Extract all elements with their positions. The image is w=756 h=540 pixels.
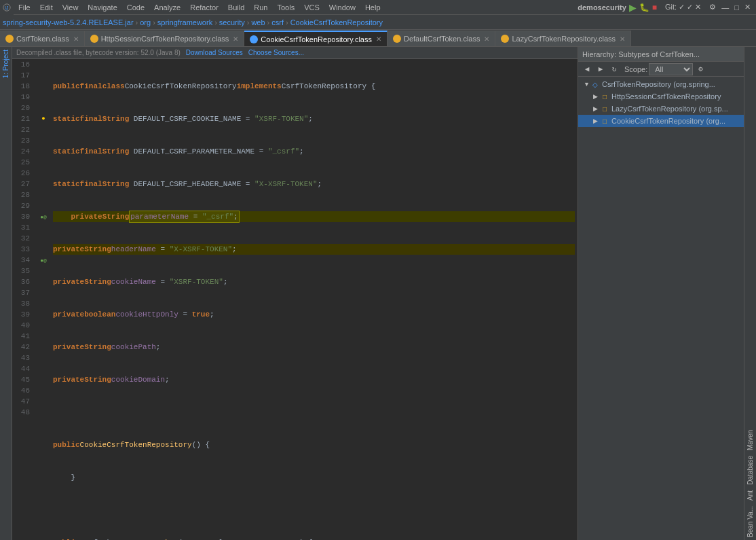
line-37: 37 <box>12 287 33 298</box>
tab-icon-defaultcsrf <box>393 35 401 43</box>
breadcrumb-web[interactable]: web <box>251 18 265 26</box>
hierarchy-toolbar: ◀ ▶ ↻ Scope: All Project ⚙ <box>578 62 744 77</box>
menu-analyze[interactable]: Analyze <box>149 0 185 15</box>
menu-help[interactable]: Help <box>360 0 385 15</box>
line-26: 26 <box>12 168 33 179</box>
window-maximize[interactable]: □ <box>734 3 739 12</box>
gutter-47 <box>37 396 50 407</box>
breadcrumb-jar[interactable]: spring-security-web-5.2.4.RELEASE.jar <box>3 18 134 26</box>
left-sidebar: 1: Project <box>0 47 12 540</box>
database-tab[interactable]: Database <box>745 453 755 488</box>
code-line-21: private String headerName = "X-XSRF-TOKE… <box>53 244 575 255</box>
line-22: 22 <box>12 124 33 135</box>
menu-build[interactable]: Build <box>223 0 249 15</box>
menu-window[interactable]: Window <box>324 0 360 15</box>
window-minimize[interactable]: — <box>721 3 729 12</box>
hierarchy-title: Hierarchy: Subtypes of CsrfToken... <box>582 50 700 58</box>
breadcrumb-class[interactable]: CookieCsrfTokenRepository <box>290 18 383 26</box>
menu-code[interactable]: Code <box>122 0 149 15</box>
hierarchy-settings-btn[interactable]: ⚙ <box>694 63 706 75</box>
tree-label-csrftokenrepository: CsrfTokenRepository (org.spring... <box>602 80 715 88</box>
code-line-30: public CsrfToken generateToken(HttpServl… <box>53 537 575 540</box>
maven-tab[interactable]: Maven <box>745 427 755 453</box>
tab-cookiecsrf[interactable]: CookieCsrfTokenRepository.class ✕ <box>244 31 388 46</box>
line-33: 33 <box>12 244 33 255</box>
code-line-18: static final String DEFAULT_CSRF_PARAMET… <box>53 146 575 157</box>
menu-bar: IJ File Edit View Navigate Code Analyze … <box>0 0 756 15</box>
code-line-19: static final String DEFAULT_CSRF_HEADER_… <box>53 179 575 190</box>
settings-icon[interactable]: ⚙ <box>709 3 716 12</box>
code-line-24: private String cookiePath; <box>53 342 575 353</box>
stop-button[interactable]: ■ <box>652 3 657 12</box>
run-button[interactable]: ▶ <box>629 2 637 13</box>
tab-close-httpsession[interactable]: ✕ <box>233 35 238 43</box>
gutter-48 <box>37 407 50 418</box>
line-numbers: 16 17 18 19 20 21 22 23 24 25 26 27 28 2… <box>12 59 37 540</box>
gutter-44 <box>37 363 50 374</box>
tree-item-csrftokenrepository[interactable]: ▼ ◇ CsrfTokenRepository (org.spring... <box>578 78 744 90</box>
breadcrumb-springframework[interactable]: springframework <box>157 18 212 26</box>
tab-label-httpsession: HttpSessionCsrfTokenRepository.class <box>101 35 229 43</box>
tree-item-cookiecsrf[interactable]: ▶ □ CookieCsrfTokenRepository (org... <box>578 115 744 127</box>
code-view[interactable]: 16 17 18 19 20 21 22 23 24 25 26 27 28 2… <box>12 59 578 540</box>
tab-close-defaultcsrf[interactable]: ✕ <box>484 35 489 43</box>
gutter-18 <box>37 81 50 92</box>
tree-icon-class-cookiecsrf: □ <box>600 116 609 126</box>
menu-refactor[interactable]: Refactor <box>185 0 223 15</box>
gutter: ● ●@ ●@ <box>37 59 50 540</box>
breadcrumb-org[interactable]: org <box>140 18 151 26</box>
tab-lazycsrf[interactable]: LazyCsrfTokenRepository.class ✕ <box>495 31 631 46</box>
tree-arrow-cookiecsrf[interactable]: ▶ <box>593 118 600 124</box>
gutter-22 <box>37 124 50 135</box>
gutter-31 <box>37 222 50 233</box>
hierarchy-forward-btn[interactable]: ▶ <box>594 63 607 75</box>
gutter-30: ●@ <box>37 211 50 222</box>
info-bar: Decompiled .class file, bytecode version… <box>12 47 578 59</box>
choose-sources-link[interactable]: Choose Sources... <box>248 49 304 56</box>
tree-label-httpsession: HttpSessionCsrfTokenRepository <box>611 92 721 101</box>
tab-csrftoken[interactable]: CsrfToken.class ✕ <box>0 31 85 46</box>
tree-item-httpsession[interactable]: ▶ □ HttpSessionCsrfTokenRepository <box>578 90 744 103</box>
gutter-29 <box>37 200 50 211</box>
tab-defaultcsrf[interactable]: DefaultCsrfToken.class ✕ <box>388 31 496 46</box>
tab-close-lazycsrf[interactable]: ✕ <box>620 35 625 43</box>
breadcrumb-security[interactable]: security <box>219 18 245 26</box>
menu-file[interactable]: File <box>14 0 35 15</box>
menu-vcs[interactable]: VCS <box>299 0 324 15</box>
gutter-26 <box>37 168 50 179</box>
window-close[interactable]: ✕ <box>744 3 751 12</box>
scope-label: Scope: <box>624 65 647 73</box>
tree-arrow-lazycsrf[interactable]: ▶ <box>593 105 600 112</box>
tree-arrow-csrftokenrepository[interactable]: ▼ <box>584 81 590 88</box>
menu-run[interactable]: Run <box>249 0 272 15</box>
hierarchy-refresh-btn[interactable]: ↻ <box>608 63 620 75</box>
menu-edit[interactable]: Edit <box>35 0 58 15</box>
code-text[interactable]: public final class CookieCsrfTokenReposi… <box>50 59 578 540</box>
hierarchy-back-btn[interactable]: ◀ <box>581 63 593 75</box>
line-40: 40 <box>12 320 33 331</box>
gutter-33 <box>37 244 50 255</box>
main-layout: 1: Project Decompiled .class file, bytec… <box>0 47 756 540</box>
tree-label-lazycsrf: LazyCsrfTokenRepository (org.sp... <box>611 105 728 113</box>
tab-close-cookiecsrf[interactable]: ✕ <box>376 35 381 43</box>
download-sources-link[interactable]: Download Sources <box>186 49 243 56</box>
tree-arrow-httpsession[interactable]: ▶ <box>593 93 600 100</box>
bean-validation-tab[interactable]: Bean Va... <box>745 503 755 540</box>
ant-tab[interactable]: Ant <box>745 488 755 503</box>
menu-tools[interactable]: Tools <box>272 0 299 15</box>
code-line-17: static final String DEFAULT_CSRF_COOKIE_… <box>53 113 575 124</box>
tab-httpsession[interactable]: HttpSessionCsrfTokenRepository.class ✕ <box>85 31 245 46</box>
tab-label-defaultcsrf: DefaultCsrfToken.class <box>404 35 480 43</box>
menu-view[interactable]: View <box>58 0 83 15</box>
debug-button[interactable]: 🐛 <box>639 3 649 12</box>
line-41: 41 <box>12 331 33 342</box>
line-20: 20 <box>12 103 33 113</box>
project-panel-tab[interactable]: 1: Project <box>1 47 11 81</box>
line-17: 17 <box>12 70 33 81</box>
breadcrumb-csrf[interactable]: csrf <box>271 18 284 26</box>
tab-close-csrftoken[interactable]: ✕ <box>73 35 79 43</box>
gutter-40 <box>37 320 50 331</box>
menu-navigate[interactable]: Navigate <box>83 0 121 15</box>
tree-item-lazycsrf[interactable]: ▶ □ LazyCsrfTokenRepository (org.sp... <box>578 103 744 115</box>
scope-dropdown[interactable]: All Project <box>649 63 693 75</box>
